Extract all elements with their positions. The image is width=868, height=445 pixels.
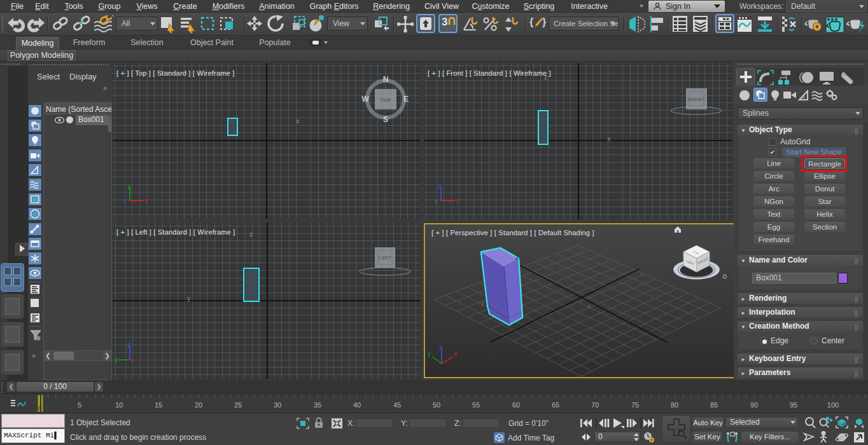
svg-text:y: y — [115, 356, 118, 363]
svg-text:z: z — [123, 198, 127, 205]
svg-text:y: y — [428, 350, 431, 357]
svg-text:TOP: TOP — [381, 97, 391, 103]
svg-text:LEFT: LEFT — [379, 255, 391, 261]
svg-text:S: S — [383, 115, 388, 124]
svg-text:z: z — [127, 341, 130, 348]
svg-text:x: x — [130, 357, 134, 364]
svg-text:x: x — [456, 197, 459, 204]
svg-text:x: x — [454, 350, 457, 357]
svg-text:z: z — [439, 344, 442, 351]
svg-text:y: y — [127, 182, 130, 189]
svg-text:z: z — [438, 182, 442, 189]
svg-text:FRONT: FRONT — [687, 97, 705, 102]
svg-text:x: x — [144, 197, 148, 204]
svg-text:E: E — [403, 95, 409, 104]
svg-text:N: N — [383, 75, 389, 84]
svg-text:y: y — [435, 198, 438, 205]
svg-text:W: W — [361, 95, 369, 104]
